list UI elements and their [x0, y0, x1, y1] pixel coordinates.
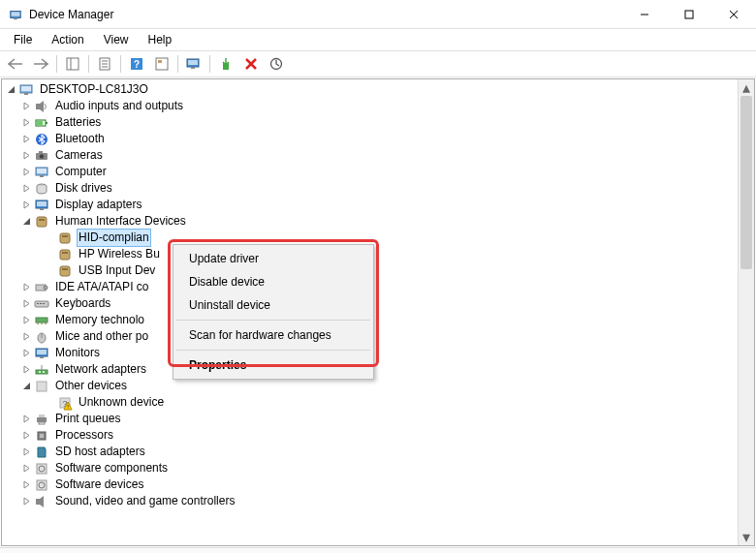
toolbar-properties[interactable]: [93, 52, 116, 76]
tree-label[interactable]: Software components: [53, 460, 170, 476]
tree-row-root[interactable]: DESKTOP-LC81J3O: [2, 81, 754, 98]
tree-label[interactable]: Bluetooth: [53, 131, 107, 147]
tree-row-other-devices[interactable]: Other devices: [2, 378, 754, 394]
tree-label[interactable]: Unknown device: [77, 394, 166, 411]
tree-row-monitors[interactable]: Monitors: [2, 345, 754, 361]
maximize-button[interactable]: [667, 0, 711, 29]
tree-row-cameras[interactable]: Cameras: [2, 147, 754, 164]
tree-label[interactable]: HID-complian: [77, 229, 151, 247]
toolbar-update-driver[interactable]: [265, 52, 288, 76]
scroll-track[interactable]: [739, 96, 754, 529]
tree-label[interactable]: Audio inputs and outputs: [53, 98, 185, 114]
expand-icon[interactable]: [19, 181, 34, 196]
tree-row-sound-video-and-game-controllers[interactable]: Sound, video and game controllers: [2, 493, 754, 509]
collapse-icon[interactable]: [19, 379, 34, 393]
expand-icon[interactable]: [19, 313, 34, 327]
menu-view[interactable]: View: [96, 31, 137, 48]
tree-label[interactable]: Keyboards: [53, 295, 112, 312]
tree-label[interactable]: Software devices: [53, 476, 145, 493]
expand-icon[interactable]: [19, 296, 34, 311]
tree-row-keyboards[interactable]: Keyboards: [2, 295, 754, 312]
tree-label[interactable]: Print queues: [53, 411, 122, 427]
collapse-icon[interactable]: [4, 82, 18, 97]
tree-label[interactable]: Network adapters: [53, 361, 148, 378]
scroll-up-arrow[interactable]: ▴: [739, 79, 754, 96]
toolbar-forward[interactable]: [29, 52, 52, 76]
tree-row-display-adapters[interactable]: Display adapters: [2, 197, 754, 213]
tree-label[interactable]: Disk drives: [53, 180, 114, 197]
tree-row-memory-technolo[interactable]: Memory technolo: [2, 312, 754, 328]
collapse-icon[interactable]: [19, 214, 34, 229]
tree-row-computer[interactable]: Computer: [2, 164, 754, 180]
scroll-thumb[interactable]: [740, 96, 752, 269]
tree-label[interactable]: IDE ATA/ATAPI co: [53, 279, 150, 295]
tree-label[interactable]: Memory technolo: [53, 312, 146, 328]
tree-label[interactable]: Cameras: [53, 147, 105, 164]
menu-file[interactable]: File: [6, 31, 40, 48]
expand-icon[interactable]: [19, 346, 34, 360]
context-uninstall-device[interactable]: Uninstall device: [175, 293, 371, 317]
toolbar-enable[interactable]: [214, 52, 237, 76]
tree-row-hp-wireless-bu[interactable]: HP Wireless Bu: [2, 246, 754, 262]
vertical-scrollbar[interactable]: ▴ ▾: [738, 79, 754, 545]
expand-icon[interactable]: [19, 115, 34, 130]
expand-icon[interactable]: [19, 99, 34, 113]
expand-icon[interactable]: [19, 412, 34, 426]
tree-row-hid-complian[interactable]: HID-complian: [2, 230, 754, 246]
expand-icon[interactable]: [19, 198, 34, 212]
tree-label[interactable]: Other devices: [53, 378, 129, 394]
toolbar-help[interactable]: ?: [125, 52, 148, 76]
tree-label[interactable]: Monitors: [53, 345, 102, 361]
toolbar-show-hide-tree[interactable]: [61, 52, 84, 76]
tree-row-software-devices[interactable]: Software devices: [2, 476, 754, 493]
context-properties[interactable]: Properties: [175, 353, 371, 377]
toolbar-back[interactable]: [4, 52, 27, 76]
minimize-button[interactable]: [622, 0, 667, 29]
close-button[interactable]: [711, 0, 756, 29]
tree-label[interactable]: Batteries: [53, 114, 103, 131]
device-tree[interactable]: DESKTOP-LC81J3OAudio inputs and outputsB…: [2, 79, 754, 545]
tree-row-disk-drives[interactable]: Disk drives: [2, 180, 754, 197]
menu-help[interactable]: Help: [141, 31, 180, 48]
tree-label[interactable]: Sound, video and game controllers: [53, 493, 236, 509]
expand-icon[interactable]: [19, 428, 34, 443]
expand-icon[interactable]: [19, 494, 34, 508]
tree-row-processors[interactable]: Processors: [2, 427, 754, 444]
toolbar-scan-hardware[interactable]: [182, 52, 205, 76]
menu-action[interactable]: Action: [44, 31, 91, 48]
expand-icon[interactable]: [19, 362, 34, 377]
tree-row-print-queues[interactable]: Print queues: [2, 411, 754, 427]
tree-label[interactable]: USB Input Dev: [77, 262, 157, 279]
tree-row-human-interface-devices[interactable]: Human Interface Devices: [2, 213, 754, 230]
tree-row-network-adapters[interactable]: Network adapters: [2, 361, 754, 378]
scroll-down-arrow[interactable]: ▾: [739, 529, 754, 545]
tree-row-mice-and-other-po[interactable]: Mice and other po: [2, 328, 754, 345]
expand-icon[interactable]: [19, 165, 34, 179]
context-scan-hardware[interactable]: Scan for hardware changes: [175, 323, 371, 347]
tree-row-batteries[interactable]: Batteries: [2, 114, 754, 131]
expand-icon[interactable]: [19, 329, 34, 344]
tree-label[interactable]: Human Interface Devices: [53, 213, 188, 230]
tree-row-software-components[interactable]: Software components: [2, 460, 754, 476]
toolbar-uninstall[interactable]: [239, 52, 263, 76]
tree-label[interactable]: Computer: [53, 164, 109, 180]
tree-label[interactable]: Processors: [53, 427, 115, 444]
context-disable-device[interactable]: Disable device: [175, 270, 371, 293]
expand-icon[interactable]: [19, 461, 34, 476]
expand-icon[interactable]: [19, 132, 34, 146]
tree-row-usb-input-dev[interactable]: USB Input Dev: [2, 262, 754, 279]
tree-label[interactable]: SD host adapters: [53, 444, 147, 460]
expand-icon[interactable]: [19, 148, 34, 163]
expand-icon[interactable]: [19, 280, 34, 294]
expand-icon[interactable]: [19, 445, 34, 459]
tree-label[interactable]: HP Wireless Bu: [77, 246, 162, 262]
tree-label[interactable]: DESKTOP-LC81J3O: [38, 81, 150, 98]
context-update-driver[interactable]: Update driver: [175, 247, 371, 270]
tree-row-sd-host-adapters[interactable]: SD host adapters: [2, 444, 754, 460]
tree-row-ide-ata-atapi-co[interactable]: IDE ATA/ATAPI co: [2, 279, 754, 295]
toolbar-action[interactable]: [150, 52, 173, 76]
tree-row-audio-inputs-and-outputs[interactable]: Audio inputs and outputs: [2, 98, 754, 114]
tree-label[interactable]: Display adapters: [53, 197, 143, 213]
tree-row-unknown-device[interactable]: ?!Unknown device: [2, 394, 754, 411]
tree-row-bluetooth[interactable]: Bluetooth: [2, 131, 754, 147]
